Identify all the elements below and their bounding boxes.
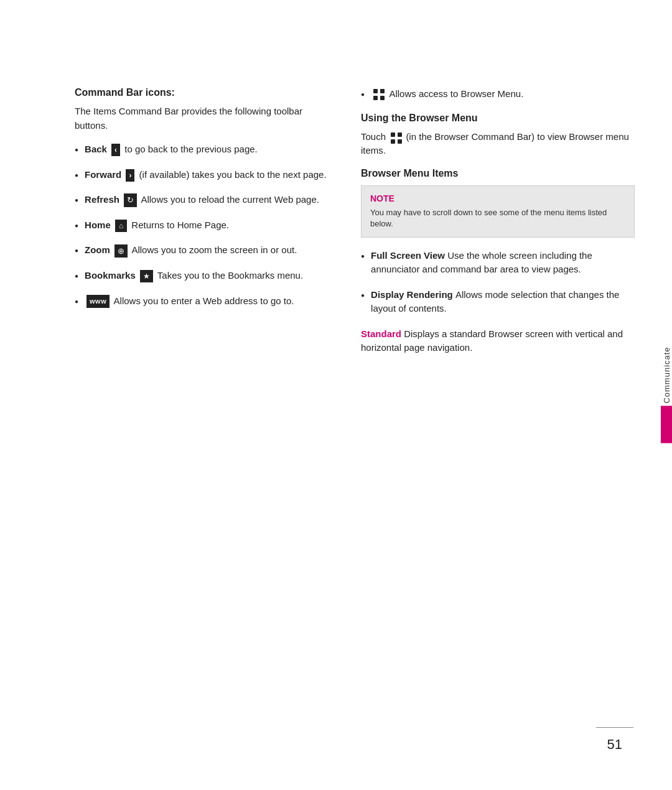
list-item-grid: Allows access to Browser Menu. (361, 87, 635, 101)
www-content: www Allows you to enter a Web address to… (85, 294, 336, 309)
home-icon: ⌂ (115, 220, 127, 232)
grid-bullet-list: Allows access to Browser Menu. (361, 87, 635, 101)
menu-items-list: Full Screen View Use the whole screen in… (361, 249, 635, 316)
svg-rect-4 (391, 132, 395, 137)
grid-content: Allows access to Browser Menu. (371, 87, 635, 101)
page-divider (596, 727, 633, 728)
back-icon: ‹ (111, 144, 120, 156)
svg-rect-3 (380, 96, 385, 100)
home-text: Returns to Home Page. (131, 220, 229, 230)
bookmarks-text: Takes you to the Bookmarks menu. (157, 270, 303, 281)
left-section-title: Command Bar icons: (75, 87, 336, 98)
left-column: Command Bar icons: The Items Command Bar… (75, 87, 336, 753)
forward-content: Forward › (if available) takes you back … (85, 168, 336, 182)
bookmarks-label: Bookmarks (85, 270, 138, 281)
zoom-icon: ⊕ (114, 244, 128, 258)
back-label: Back (85, 144, 110, 154)
back-text: to go back to the previous page. (124, 144, 257, 154)
bookmarks-icon: ★ (140, 270, 153, 282)
side-tab: Communicate (661, 346, 672, 443)
forward-text: (if available) takes you back to the nex… (139, 169, 327, 180)
zoom-text: Allows you to zoom the screen in or out. (131, 244, 297, 255)
www-text: Allows you to enter a Web address to go … (114, 295, 294, 306)
fullscreen-content: Full Screen View Use the whole screen in… (371, 249, 635, 277)
refresh-text: Allows you to reload the current Web pag… (141, 194, 319, 205)
using-browser-menu-text: Touch (in the Browser Command Bar) to vi… (361, 130, 635, 158)
svg-rect-1 (380, 89, 385, 93)
refresh-icon: ↻ (124, 193, 137, 207)
zoom-content: Zoom ⊕ Allows you to zoom the screen in … (85, 243, 336, 258)
touch-text: Touch (361, 131, 388, 142)
zoom-label: Zoom (85, 244, 113, 255)
list-item-bookmarks: Bookmarks ★ Takes you to the Bookmarks m… (75, 269, 336, 283)
note-box: NOTE You may have to scroll down to see … (361, 185, 635, 238)
list-item-forward: Forward › (if available) takes you back … (75, 168, 336, 182)
display-rendering-label: Display Rendering (371, 289, 455, 300)
grid-icon-2 (390, 132, 401, 143)
list-item-www: www Allows you to enter a Web address to… (75, 294, 336, 309)
standard-paragraph: Standard Displays a standard Browser scr… (361, 327, 635, 355)
page-number: 51 (607, 737, 622, 753)
list-item-zoom: Zoom ⊕ Allows you to zoom the screen in … (75, 243, 336, 258)
svg-rect-5 (398, 132, 402, 137)
page-container: Command Bar icons: The Items Command Bar… (0, 0, 672, 790)
svg-rect-6 (391, 139, 395, 144)
side-tab-bar (661, 406, 672, 444)
forward-icon: › (126, 169, 134, 182)
command-bar-list: Back ‹ to go back to the previous page. … (75, 142, 336, 308)
forward-label: Forward (85, 169, 124, 180)
list-item-back: Back ‹ to go back to the previous page. (75, 142, 336, 157)
home-label: Home (85, 220, 113, 230)
svg-rect-2 (373, 96, 378, 100)
list-item-fullscreen: Full Screen View Use the whole screen in… (361, 249, 635, 277)
svg-rect-0 (373, 89, 378, 93)
grid-text: Allows access to Browser Menu. (389, 88, 523, 99)
display-rendering-content: Display Rendering Allows mode selection … (371, 288, 635, 316)
refresh-label: Refresh (85, 194, 122, 205)
back-content: Back ‹ to go back to the previous page. (85, 142, 336, 157)
list-item-refresh: Refresh ↻ Allows you to reload the curre… (75, 193, 336, 207)
standard-label: Standard (361, 328, 404, 339)
www-icon: www (86, 295, 110, 308)
svg-rect-7 (398, 139, 402, 144)
home-content: Home ⌂ Returns to Home Page. (85, 218, 336, 233)
note-text: You may have to scroll down to see some … (370, 207, 625, 230)
list-item-display-rendering: Display Rendering Allows mode selection … (361, 288, 635, 316)
main-content: Command Bar icons: The Items Command Bar… (0, 0, 672, 790)
refresh-content: Refresh ↻ Allows you to reload the curre… (85, 193, 336, 207)
right-column: Allows access to Browser Menu. Using the… (361, 87, 635, 753)
using-browser-menu-title: Using the Browser Menu (361, 113, 635, 124)
fullscreen-label: Full Screen View (371, 250, 447, 261)
browser-menu-items-title: Browser Menu Items (361, 168, 635, 179)
bookmarks-content: Bookmarks ★ Takes you to the Bookmarks m… (85, 269, 336, 283)
list-item-home: Home ⌂ Returns to Home Page. (75, 218, 336, 233)
side-tab-text: Communicate (662, 346, 671, 403)
intro-text: The Items Command Bar provides the follo… (75, 105, 336, 132)
note-title: NOTE (370, 193, 625, 203)
grid-icon (373, 88, 385, 101)
